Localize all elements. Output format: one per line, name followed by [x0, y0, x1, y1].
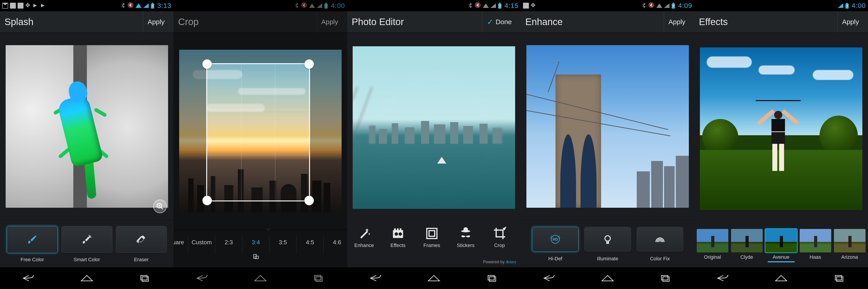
- status-bar: 4:15: [347, 0, 521, 11]
- effect-original[interactable]: Original: [697, 229, 728, 260]
- tool-label: Frames: [424, 242, 440, 248]
- apply-button[interactable]: Apply: [316, 11, 343, 32]
- thumb-image: [800, 229, 831, 253]
- thumb-label: Original: [704, 254, 721, 260]
- svg-point-17: [395, 232, 398, 236]
- ratio-2-3[interactable]: 2:3: [215, 236, 242, 254]
- thumb-label: Arizona: [841, 254, 858, 260]
- tool-crop[interactable]: Crop: [483, 227, 517, 248]
- back-button[interactable]: [189, 271, 216, 285]
- svg-rect-11: [314, 276, 321, 280]
- powered-by: Powered by Aviary: [347, 260, 521, 264]
- screen-title: Photo Editor: [352, 17, 483, 27]
- ratio-3-5[interactable]: 3:5: [270, 236, 297, 254]
- tool-smart-color[interactable]: [61, 226, 112, 253]
- apply-button[interactable]: Apply: [837, 11, 864, 32]
- tool-label: Color Fix: [637, 256, 683, 262]
- photo-image: [353, 46, 515, 209]
- thumb-label: Avenue: [773, 254, 789, 260]
- hd-icon: HD: [550, 234, 561, 245]
- crop-handle-se[interactable]: [304, 196, 314, 205]
- effect-avenue[interactable]: Avenue: [765, 229, 797, 260]
- svg-rect-19: [427, 229, 437, 239]
- done-button[interactable]: ✓ Done: [482, 11, 516, 32]
- tool-illuminate[interactable]: [584, 227, 631, 252]
- back-button[interactable]: [536, 271, 563, 285]
- tool-eraser[interactable]: [116, 226, 167, 253]
- effects-thumb-strip[interactable]: Original Clyde Avenue Haas Arizona: [694, 225, 868, 267]
- tool-label: Effects: [390, 242, 405, 248]
- tool-free-color[interactable]: [7, 226, 58, 253]
- photo-canvas[interactable]: [521, 33, 694, 220]
- tool-frames[interactable]: Frames: [415, 227, 449, 248]
- home-button[interactable]: [247, 271, 274, 285]
- action-bar: Crop Apply: [174, 11, 347, 33]
- brush-icon: [27, 234, 38, 245]
- photo-image: [179, 50, 342, 212]
- tool-enhance[interactable]: Enhance: [347, 227, 381, 248]
- mute-icon: [302, 3, 307, 8]
- recents-button[interactable]: [305, 271, 332, 285]
- ratio-4-6[interactable]: 4:6: [323, 236, 347, 254]
- tool-stickers[interactable]: Stickers: [449, 227, 483, 248]
- apply-button[interactable]: Apply: [143, 11, 169, 32]
- screen-title: Splash: [4, 17, 143, 27]
- recents-button[interactable]: [652, 271, 679, 285]
- frame-icon: [425, 227, 439, 240]
- tool-hidef[interactable]: HD: [532, 227, 579, 252]
- photo-canvas[interactable]: [0, 33, 174, 220]
- crop-handle-ne[interactable]: [304, 59, 314, 69]
- back-button[interactable]: [16, 271, 42, 285]
- back-button[interactable]: [710, 271, 737, 285]
- play-store-icon: [41, 3, 46, 8]
- ratio-strip[interactable]: Square Custom 2:3 3:4 3:5 4:5 4:6: [174, 229, 347, 267]
- wand-icon: [358, 227, 371, 240]
- thumb-image: [697, 229, 728, 253]
- zoom-button[interactable]: [153, 200, 167, 213]
- effect-haas[interactable]: Haas: [800, 229, 831, 260]
- svg-rect-25: [488, 276, 494, 280]
- status-bar: 3:13: [0, 0, 174, 11]
- photo-image: [700, 48, 862, 210]
- crop-handle-sw[interactable]: [203, 196, 212, 205]
- ratio-square[interactable]: Square: [174, 236, 188, 254]
- ratio-custom[interactable]: Custom: [188, 236, 215, 254]
- action-bar: Photo Editor ✓ Done: [347, 11, 521, 33]
- rotate-aspect-icon[interactable]: [252, 254, 259, 262]
- photo-canvas[interactable]: [694, 33, 868, 225]
- svg-rect-20: [427, 229, 437, 239]
- effect-arizona[interactable]: Arizona: [834, 229, 866, 260]
- photo-canvas[interactable]: [347, 33, 521, 222]
- apply-button[interactable]: Apply: [664, 11, 690, 32]
- battery-icon: [845, 4, 848, 8]
- status-time: 4:00: [331, 2, 345, 9]
- home-button[interactable]: [768, 271, 795, 285]
- home-button[interactable]: [594, 271, 621, 285]
- crop-frame[interactable]: [206, 63, 310, 201]
- photo-canvas[interactable]: [174, 33, 347, 229]
- ratio-4-5[interactable]: 4:5: [297, 236, 323, 254]
- film-icon: [391, 227, 405, 240]
- image-icon: [523, 3, 529, 8]
- tool-focus[interactable]: Foc: [517, 227, 521, 248]
- home-button[interactable]: [73, 271, 100, 285]
- nav-bar: [694, 267, 868, 289]
- screen-splash: 3:13 Splash Apply: [0, 0, 174, 289]
- nav-bar: [521, 267, 694, 289]
- screen-title: Enhance: [525, 17, 663, 27]
- battery-icon: [324, 4, 328, 8]
- back-button[interactable]: [363, 271, 390, 285]
- recents-button[interactable]: [131, 271, 158, 285]
- tool-label: Hi-Def: [532, 256, 579, 262]
- recents-button[interactable]: [478, 271, 505, 285]
- crop-handle-nw[interactable]: [203, 59, 212, 69]
- recents-button[interactable]: [826, 271, 852, 285]
- tool-colorfix[interactable]: [637, 227, 683, 252]
- rainbow-icon: [655, 234, 665, 245]
- ratio-3-4[interactable]: 3:4: [242, 236, 270, 254]
- tool-icon-row[interactable]: Enhance Effects Frames Stickers Crop Foc: [347, 222, 521, 261]
- home-button[interactable]: [420, 271, 447, 285]
- action-bar: Splash Apply: [0, 11, 174, 33]
- tool-effects[interactable]: Effects: [381, 227, 415, 248]
- effect-clyde[interactable]: Clyde: [731, 229, 763, 260]
